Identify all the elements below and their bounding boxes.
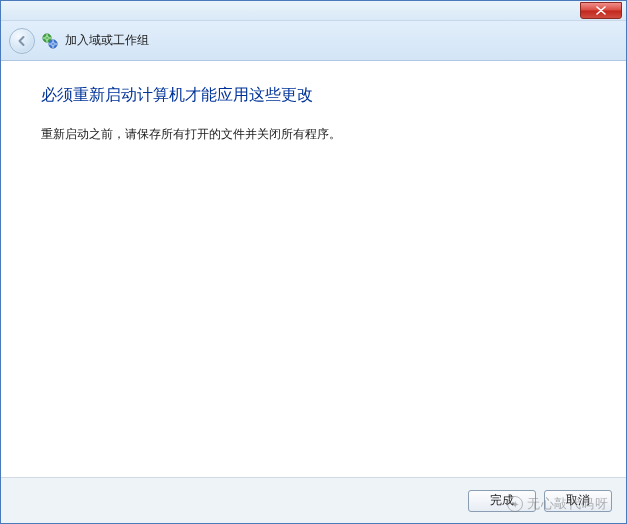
back-button[interactable]	[9, 28, 35, 54]
finish-button[interactable]: 完成	[468, 490, 536, 512]
domain-network-icon	[41, 32, 59, 50]
titlebar	[1, 1, 626, 21]
wizard-window: 加入域或工作组 必须重新启动计算机才能应用这些更改 重新启动之前，请保存所有打开…	[0, 0, 627, 524]
close-button[interactable]	[580, 2, 622, 19]
header-title: 加入域或工作组	[65, 32, 149, 49]
back-arrow-icon	[15, 34, 29, 48]
finish-button-label: 完成	[490, 492, 514, 509]
body-text: 重新启动之前，请保存所有打开的文件并关闭所有程序。	[41, 126, 586, 143]
footer-bar: 完成 取消	[1, 477, 626, 523]
cancel-button[interactable]: 取消	[544, 490, 612, 512]
main-heading: 必须重新启动计算机才能应用这些更改	[41, 85, 586, 106]
cancel-button-label: 取消	[566, 492, 590, 509]
content-area: 必须重新启动计算机才能应用这些更改 重新启动之前，请保存所有打开的文件并关闭所有…	[1, 61, 626, 477]
svg-point-1	[49, 39, 57, 47]
header-bar: 加入域或工作组	[1, 21, 626, 61]
close-icon	[596, 6, 606, 15]
